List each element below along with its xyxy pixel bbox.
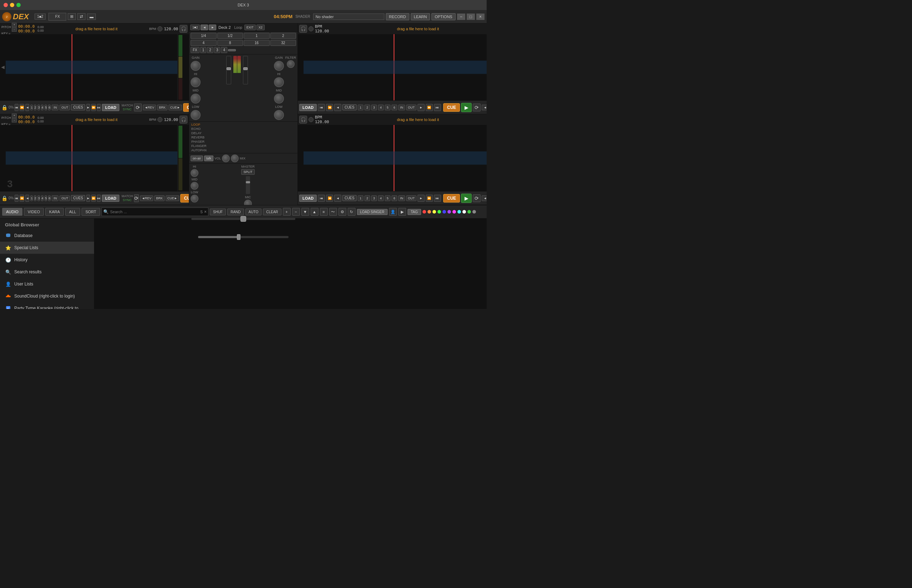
- deck-3-headphone[interactable]: 🎧: [180, 116, 187, 123]
- window-maximize[interactable]: □: [467, 13, 475, 20]
- deck-2-num-3[interactable]: 3: [371, 105, 377, 110]
- deck-3-cue-small[interactable]: CUE►: [166, 195, 179, 201]
- fx-flanger[interactable]: FLANGER: [191, 144, 296, 148]
- deck-1-rev[interactable]: ◄REV: [143, 105, 156, 110]
- deck-4-in[interactable]: IN: [398, 195, 405, 201]
- deck-2-ffwd[interactable]: ⏩: [426, 104, 433, 111]
- deck-4-cues[interactable]: CUES: [342, 195, 356, 201]
- deck-4-headphone[interactable]: 🎧: [299, 116, 307, 123]
- fx-2[interactable]: 2: [207, 47, 214, 53]
- deck-selector-12[interactable]: 1■2: [34, 13, 45, 19]
- low-right-knob[interactable]: [274, 110, 284, 120]
- deck-1-out[interactable]: OUT: [60, 105, 70, 110]
- fx-autopan[interactable]: AUTOPAN: [191, 148, 296, 152]
- color-dot-yellow[interactable]: [433, 210, 436, 213]
- deck-1-num-2[interactable]: 2: [34, 105, 36, 110]
- browser-item-soundcloud[interactable]: SoundCloud (right-click to login): [0, 290, 94, 302]
- deck-3-return[interactable]: ⏮: [15, 195, 18, 202]
- split-btn[interactable]: SPLIT: [241, 169, 254, 175]
- right-channel-fader[interactable]: [243, 56, 248, 84]
- deck-4-num-5[interactable]: 5: [385, 195, 390, 201]
- fx-delay[interactable]: DELAY: [191, 131, 296, 135]
- browser-item-special-lists[interactable]: ⭐ Special Lists: [0, 242, 94, 254]
- search-input[interactable]: [110, 210, 199, 214]
- browser-item-user-lists[interactable]: 👤 User Lists: [0, 278, 94, 290]
- deck-2-num-5[interactable]: 5: [385, 105, 390, 110]
- deck-3-num-5[interactable]: 5: [45, 195, 47, 201]
- deck-1-headphone[interactable]: 🎧: [180, 25, 187, 33]
- vol-knob-l[interactable]: [222, 155, 230, 162]
- deck-3-pitch-up[interactable]: +: [12, 113, 17, 118]
- list-icon[interactable]: ≡: [320, 208, 328, 216]
- deck-4-num-3[interactable]: 3: [371, 195, 377, 201]
- deck-2-load[interactable]: LOAD: [299, 104, 317, 111]
- deck-3-end[interactable]: ⏭: [97, 195, 101, 202]
- deck-4-return[interactable]: ⏮: [318, 195, 325, 202]
- deck-1-end[interactable]: ⏭: [97, 104, 101, 111]
- window-close[interactable]: ×: [476, 13, 484, 20]
- color-dot-cyan[interactable]: [457, 210, 461, 213]
- deck-4-num-2[interactable]: 2: [364, 195, 370, 201]
- deck-3-num-6[interactable]: 6: [48, 195, 50, 201]
- deck-3-num-1[interactable]: 1: [30, 195, 33, 201]
- minimize-button[interactable]: [10, 3, 14, 7]
- deck-1-in[interactable]: IN: [52, 105, 58, 110]
- deck-3-sync-icon[interactable]: ⟳: [134, 194, 139, 202]
- deck-2-headphone[interactable]: 🎧: [299, 25, 307, 33]
- deck-1-num-3[interactable]: 3: [37, 105, 40, 110]
- deck-3-num-4[interactable]: 4: [41, 195, 44, 201]
- deck-4-out[interactable]: OUT: [406, 195, 416, 201]
- deck-4-load[interactable]: LOAD: [299, 195, 317, 202]
- deck-4-waveform[interactable]: 4: [298, 125, 487, 191]
- deck-3-num-2[interactable]: 2: [34, 195, 36, 201]
- color-dot-green[interactable]: [437, 210, 441, 213]
- maximize-button[interactable]: [16, 3, 21, 7]
- deck-1-back[interactable]: ◄: [25, 104, 29, 111]
- deck-2-sync-icon[interactable]: ⟳: [473, 103, 481, 111]
- fx-3[interactable]: 3: [214, 47, 220, 53]
- deck-3-lock[interactable]: 🔒: [2, 195, 8, 201]
- gain-right-knob[interactable]: [274, 61, 284, 71]
- deck-2-cue[interactable]: CUE: [443, 103, 460, 112]
- deck-1-load[interactable]: LOAD: [102, 104, 119, 111]
- deck-1-sync-icon[interactable]: ⟳: [134, 103, 142, 111]
- wave-icon[interactable]: 〜: [329, 208, 337, 216]
- loop-1[interactable]: 1: [244, 33, 270, 39]
- hi-right-knob[interactable]: [274, 77, 284, 87]
- rand-btn[interactable]: RAND: [227, 208, 244, 215]
- fx-1[interactable]: 1: [200, 47, 207, 53]
- master-fader[interactable]: [246, 176, 250, 194]
- person-icon[interactable]: 👤: [389, 208, 397, 216]
- mixer-arrow-left[interactable]: ◄: [201, 24, 208, 30]
- load-singer-btn[interactable]: LOAD SINGER: [357, 209, 387, 215]
- low-left-knob[interactable]: [191, 110, 201, 120]
- shuf-btn[interactable]: SHUF: [210, 208, 226, 215]
- deck-3-load[interactable]: LOAD: [102, 195, 119, 202]
- loop-4[interactable]: 4: [191, 40, 217, 46]
- exit-btn[interactable]: EXIT: [245, 24, 256, 30]
- deck-3-num-3[interactable]: 3: [37, 195, 40, 201]
- deck-4-num-4[interactable]: 4: [378, 195, 384, 201]
- shader-selector[interactable]: No shader: [313, 13, 384, 20]
- fx-echo[interactable]: ECHO: [191, 127, 296, 131]
- loop-16[interactable]: 16: [244, 40, 270, 46]
- deck-4-prev[interactable]: ⏪: [326, 195, 333, 202]
- gain-left-knob[interactable]: [191, 61, 201, 71]
- fx-reverb[interactable]: REVERB: [191, 135, 296, 139]
- deck-4-num-1[interactable]: 1: [358, 195, 363, 201]
- mic-low-knob[interactable]: [191, 195, 198, 202]
- deck-1-waveform[interactable]: ◄: [0, 34, 189, 100]
- settings-icon[interactable]: ⚙: [339, 208, 346, 216]
- deck-3-in[interactable]: IN: [52, 195, 58, 201]
- mid-right-knob[interactable]: [274, 94, 284, 103]
- options-button[interactable]: OPTIONS: [431, 13, 456, 20]
- deck-4-num-6[interactable]: 6: [392, 195, 397, 201]
- deck-3-bpm-sync[interactable]: [157, 117, 162, 122]
- loop-32[interactable]: 32: [271, 40, 296, 46]
- deck-3-brk[interactable]: BRK: [154, 195, 165, 201]
- vol-up[interactable]: +: [283, 208, 291, 216]
- deck-1-fwd[interactable]: ►: [86, 104, 90, 111]
- browser-item-search-results[interactable]: 🔍 Search results: [0, 266, 94, 278]
- deck-2-num-6[interactable]: 6: [392, 105, 397, 110]
- loop-2[interactable]: 2: [271, 33, 296, 39]
